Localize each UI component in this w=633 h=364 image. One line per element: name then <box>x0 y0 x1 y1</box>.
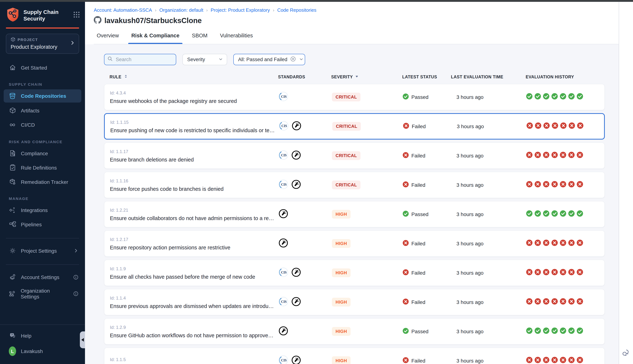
failed-x-icon[interactable] <box>560 298 566 306</box>
tab-sbom[interactable]: SBOM <box>191 30 208 44</box>
failed-x-icon[interactable] <box>534 269 541 277</box>
failed-x-icon[interactable] <box>543 122 550 130</box>
severity-filter-dropdown[interactable]: Severity <box>182 54 227 65</box>
failed-x-icon[interactable] <box>551 181 558 189</box>
passed-check-icon[interactable] <box>560 93 566 101</box>
sort-down-icon[interactable] <box>355 74 359 79</box>
passed-check-icon[interactable] <box>560 328 566 336</box>
passed-check-icon[interactable] <box>568 93 575 101</box>
passed-check-icon[interactable] <box>568 328 575 336</box>
failed-x-icon[interactable] <box>560 122 567 130</box>
app-grid-icon[interactable] <box>73 11 80 20</box>
sidebar-item-get-started[interactable]: Get Started <box>4 61 81 74</box>
failed-x-icon[interactable] <box>568 152 575 160</box>
failed-x-icon[interactable] <box>577 122 584 130</box>
table-row[interactable]: Id: 1.2.17Ensure repository action permi… <box>104 230 605 257</box>
table-row[interactable]: Id: 1.2.21Ensure outside collaborators d… <box>104 201 605 228</box>
failed-x-icon[interactable] <box>526 152 533 160</box>
support-chat-icon[interactable] <box>622 348 630 359</box>
failed-x-icon[interactable] <box>543 181 550 189</box>
table-row[interactable]: Id: 1.1.16Ensure force pushes code to br… <box>104 172 605 198</box>
sidebar-item-remediation-tracker[interactable]: Remediation Tracker <box>4 176 81 188</box>
failed-x-icon[interactable] <box>543 240 550 248</box>
failed-x-icon[interactable] <box>526 181 533 189</box>
info-icon[interactable] <box>73 291 78 296</box>
failed-x-icon[interactable] <box>535 122 542 130</box>
sort-both-icon[interactable] <box>124 74 128 80</box>
project-selector[interactable]: PROJECT Product Exploratory <box>6 34 79 54</box>
passed-check-icon[interactable] <box>576 210 583 218</box>
failed-x-icon[interactable] <box>526 240 533 248</box>
table-row[interactable]: Id: 4.3.4Ensure webhooks of the package … <box>104 84 605 110</box>
passed-check-icon[interactable] <box>543 93 550 101</box>
passed-check-icon[interactable] <box>526 93 533 101</box>
passed-check-icon[interactable] <box>534 210 541 218</box>
table-row[interactable]: Id: 1.1.17Ensure branch deletions are de… <box>104 142 605 169</box>
failed-x-icon[interactable] <box>568 122 575 130</box>
failed-x-icon[interactable] <box>568 298 575 306</box>
sidebar-collapse-handle[interactable] <box>80 332 85 348</box>
failed-x-icon[interactable] <box>526 122 533 130</box>
info-icon[interactable] <box>73 274 78 280</box>
failed-x-icon[interactable] <box>543 298 550 306</box>
passed-check-icon[interactable] <box>576 93 583 101</box>
failed-x-icon[interactable] <box>568 269 575 277</box>
sidebar-item-compliance[interactable]: Compliance <box>4 147 81 160</box>
breadcrumb-account-link[interactable]: Account: Automation-SSCA <box>94 7 152 14</box>
failed-x-icon[interactable] <box>568 240 575 248</box>
failed-x-icon[interactable] <box>526 298 533 306</box>
table-row[interactable]: Id: 1.1.9Ensure all checks have passed b… <box>104 260 605 286</box>
status-filter-dropdown[interactable]: All: Passed and Failed <box>233 54 305 65</box>
passed-check-icon[interactable] <box>543 210 550 218</box>
tab-vulnerabilities[interactable]: Vulnerabilities <box>219 30 254 44</box>
failed-x-icon[interactable] <box>560 181 566 189</box>
sidebar-item-artifacts[interactable]: Artifacts <box>4 104 81 117</box>
failed-x-icon[interactable] <box>576 357 583 364</box>
sidebar-item-integrations[interactable]: Integrations <box>4 204 81 216</box>
failed-x-icon[interactable] <box>551 357 558 364</box>
sidebar-item-project-settings[interactable]: Project Settings <box>4 244 81 257</box>
passed-check-icon[interactable] <box>543 328 550 336</box>
failed-x-icon[interactable] <box>576 269 583 277</box>
clear-filter-icon[interactable] <box>290 56 296 63</box>
passed-check-icon[interactable] <box>560 210 566 218</box>
table-row[interactable]: Id: 1.1.4Ensure previous approvals are d… <box>104 289 605 315</box>
breadcrumb-project-link[interactable]: Project: Product Exploratory <box>211 7 270 14</box>
failed-x-icon[interactable] <box>534 152 541 160</box>
sidebar-item-rule-definitions[interactable]: Rule Definitions <box>4 161 81 174</box>
table-row[interactable]: Id: 1.1.5CISHIGHFailed3 hours ago <box>104 348 605 364</box>
passed-check-icon[interactable] <box>576 328 583 336</box>
failed-x-icon[interactable] <box>534 181 541 189</box>
sidebar-item-code-repositories[interactable]: Code Repositories <box>4 89 81 102</box>
breadcrumb-code-repositories-link[interactable]: Code Repositories <box>277 7 316 14</box>
failed-x-icon[interactable] <box>568 181 575 189</box>
failed-x-icon[interactable] <box>551 152 558 160</box>
passed-check-icon[interactable] <box>534 93 541 101</box>
table-row[interactable]: Id: 1.1.15Ensure pushing of new code is … <box>104 113 605 140</box>
failed-x-icon[interactable] <box>560 152 566 160</box>
failed-x-icon[interactable] <box>551 240 558 248</box>
failed-x-icon[interactable] <box>526 269 533 277</box>
passed-check-icon[interactable] <box>568 210 575 218</box>
passed-check-icon[interactable] <box>526 328 533 336</box>
table-row[interactable]: Id: 1.2.9Ensure GitHub action workflows … <box>104 318 605 344</box>
sidebar-item-user[interactable]: L Lavakush <box>4 344 81 359</box>
failed-x-icon[interactable] <box>560 357 566 364</box>
tab-overview[interactable]: Overview <box>96 30 120 44</box>
sidebar-item-account-settings[interactable]: Account Settings <box>4 270 81 284</box>
failed-x-icon[interactable] <box>534 298 541 306</box>
failed-x-icon[interactable] <box>576 152 583 160</box>
failed-x-icon[interactable] <box>551 269 558 277</box>
failed-x-icon[interactable] <box>534 240 541 248</box>
failed-x-icon[interactable] <box>576 181 583 189</box>
failed-x-icon[interactable] <box>576 298 583 306</box>
failed-x-icon[interactable] <box>543 269 550 277</box>
failed-x-icon[interactable] <box>543 152 550 160</box>
sidebar-item-pipelines[interactable]: Pipelines <box>4 218 81 231</box>
search-input[interactable] <box>115 56 173 62</box>
failed-x-icon[interactable] <box>543 357 550 364</box>
passed-check-icon[interactable] <box>526 210 533 218</box>
sidebar-item-organization-settings[interactable]: Organization Settings <box>4 285 81 302</box>
failed-x-icon[interactable] <box>526 357 533 364</box>
passed-check-icon[interactable] <box>551 210 558 218</box>
